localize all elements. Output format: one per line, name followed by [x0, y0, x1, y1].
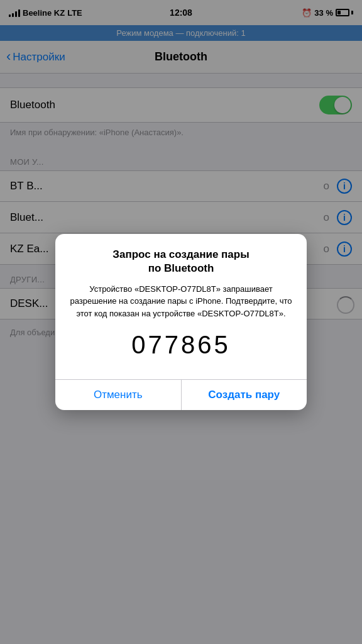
dialog-code: 077865 — [68, 331, 294, 359]
cancel-button[interactable]: Отменить — [55, 380, 182, 410]
dialog-body: Запрос на создание парыпо Bluetooth Устр… — [55, 234, 307, 380]
dialog-message: Устройство «DESKTOP-O77DL8T» запрашивает… — [68, 283, 294, 320]
dialog-actions: Отменить Создать пару — [55, 380, 307, 410]
pairing-dialog: Запрос на создание парыпо Bluetooth Устр… — [55, 234, 307, 411]
confirm-button[interactable]: Создать пару — [182, 380, 307, 410]
modal-overlay: Запрос на создание парыпо Bluetooth Устр… — [0, 0, 362, 644]
dialog-title: Запрос на создание парыпо Bluetooth — [68, 248, 294, 275]
